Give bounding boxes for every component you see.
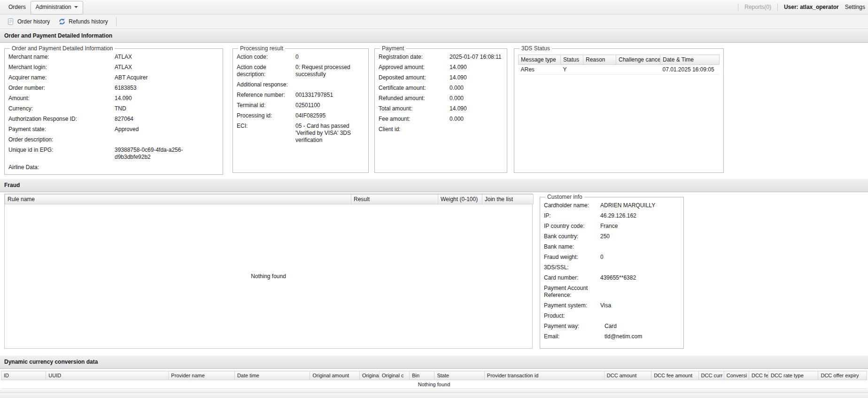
field-value: ATLAX [115,64,219,71]
field-value [600,264,680,271]
toolbar-separator [116,17,116,26]
field-label: Card number: [544,274,600,281]
column-header-dcc-amount[interactable]: DCC amount [604,371,651,380]
field-label: Processing id: [237,112,295,119]
field-value: Card [600,323,680,330]
column-header-status[interactable]: Status [561,55,583,65]
column-header-date-time[interactable]: Date & Time [660,55,720,65]
refunds-history-button[interactable]: Refunds history [54,16,112,27]
cell-status: Y [561,65,583,75]
order-history-button[interactable]: Order history [3,16,54,27]
field-value: 46.29.126.162 [600,212,680,219]
field-label: Amount: [8,95,115,102]
field-value: 0 [600,254,680,261]
field-label: Payment system: [544,302,600,309]
column-header-join-the-list[interactable]: Join the list [482,195,534,204]
fraud-empty-text: Nothing found [5,204,532,348]
field-label: Acquirer name: [8,74,115,81]
field-label: Client id: [379,126,450,133]
field-label: ECI: [237,123,295,144]
column-header-rule-name[interactable]: Rule name [5,195,351,204]
column-header-conversi[interactable]: Conversi [724,371,749,380]
field-value [450,126,503,133]
field-value: 0.000 [450,95,503,102]
field-label: Email: [544,333,600,340]
field-value: France [600,223,680,230]
field-label: Action code description: [237,64,295,78]
tab-administration-label: Administration [36,4,71,10]
refund-arrows-icon [58,18,66,25]
tab-orders[interactable]: Orders [4,1,31,13]
refunds-history-label: Refunds history [69,18,108,25]
column-header-original-f[interactable]: Original f [359,371,379,380]
column-header-dcc-offer-expiry[interactable]: DCC offer expiry [818,371,867,380]
field-label: Airline Data: [8,164,115,171]
three-ds-row[interactable]: ARes Y 07.01.2025 16:09:05 [519,65,720,75]
three-ds-status-fieldset: 3DS Status Message type Status Reason Ch… [514,45,724,173]
field-label: Approved amount: [379,64,450,71]
field-label: Terminal id: [237,102,295,109]
three-ds-status-legend: 3DS Status [519,45,552,52]
field-label: IP: [544,212,600,219]
payment-legend: Payment [380,45,406,52]
column-header-uuid[interactable]: UUID [46,371,169,380]
field-label: Payment way: [544,323,600,330]
column-header-provider-transaction-id[interactable]: Provider transaction id [484,371,604,380]
column-header-provider-name[interactable]: Provider name [169,371,235,380]
column-header-original-amount[interactable]: Original amount [310,371,359,380]
column-header-dcc-fee-amount[interactable]: DCC fee amount [651,371,698,380]
column-header-id[interactable]: ID [1,371,46,380]
cell-date-time: 07.01.2025 16:09:05 [660,65,720,75]
column-header-weight[interactable]: Weight (0-100) [438,195,482,204]
column-header-challenge-cancel[interactable]: Challenge cancel [616,55,660,65]
customer-info-fieldset: Customer info Cardholder name:ADRIEN MAR… [540,194,684,349]
field-value: ADRIEN MARQUILLY [600,202,680,209]
field-value: 250 [600,233,680,240]
detail-panels: Order and Payment Detailed Information M… [0,43,868,179]
field-label: Authorization Response ID: [8,116,115,123]
column-header-bin[interactable]: Bin [410,371,434,380]
settings-link[interactable]: Settings [845,4,865,10]
field-value: Visa [600,302,680,309]
menubar-separator [738,3,738,11]
reports-link[interactable]: Reports(0) [744,4,771,10]
field-value: 05 - Card has passed 'Verified by VISA' … [295,123,364,144]
column-header-state[interactable]: State [434,371,484,380]
fraud-region: Rule name Result Weight (0-100) Join the… [0,192,868,355]
cell-reason [583,65,616,75]
column-header-dcc-curr[interactable]: DCC curr [698,371,724,380]
field-label: Unique id in EPG: [8,147,115,161]
order-history-label: Order history [17,18,50,25]
field-label: Action code: [237,54,295,61]
field-value: TND [115,105,219,112]
column-header-original-c[interactable]: Original c [380,371,410,380]
field-value: Approved [115,126,219,133]
field-label: Order number: [8,85,115,92]
column-header-result[interactable]: Result [351,195,438,204]
chevron-down-icon [74,6,78,8]
field-value: ABT Acquirer [115,74,219,81]
column-header-reason[interactable]: Reason [583,55,616,65]
processing-result-fieldset: Processing result Action code:0 Action c… [232,45,369,173]
dcc-section-header: Dynamic currency conversion data [0,355,868,369]
field-label: Registration date: [379,54,450,61]
dcc-table: ID UUID Provider name Date time Original… [1,371,867,389]
main-section-header: Order and Payment Detailed Information [0,29,868,43]
field-label: Bank name: [544,243,600,250]
field-value: 14.090 [450,64,503,71]
menubar: Orders Administration Reports(0) User: a… [0,0,868,15]
field-value [600,285,680,299]
column-header-date-time[interactable]: Date time [234,371,310,380]
order-details-fieldset: Order and Payment Detailed Information M… [4,45,223,175]
tab-administration[interactable]: Administration [31,1,83,15]
field-value: 14.090 [115,95,219,102]
field-label: Fee amount: [379,116,450,123]
field-label: Reference number: [237,92,295,99]
column-header-dcc-fee[interactable]: DCC fee [749,371,768,380]
column-header-dcc-rate-type[interactable]: DCC rate type [768,371,818,380]
field-label: Merchant name: [8,54,115,61]
field-label: Total amount: [379,105,450,112]
field-label: Currency: [8,105,115,112]
processing-result-legend: Processing result [238,45,285,52]
column-header-message-type[interactable]: Message type [519,55,561,65]
